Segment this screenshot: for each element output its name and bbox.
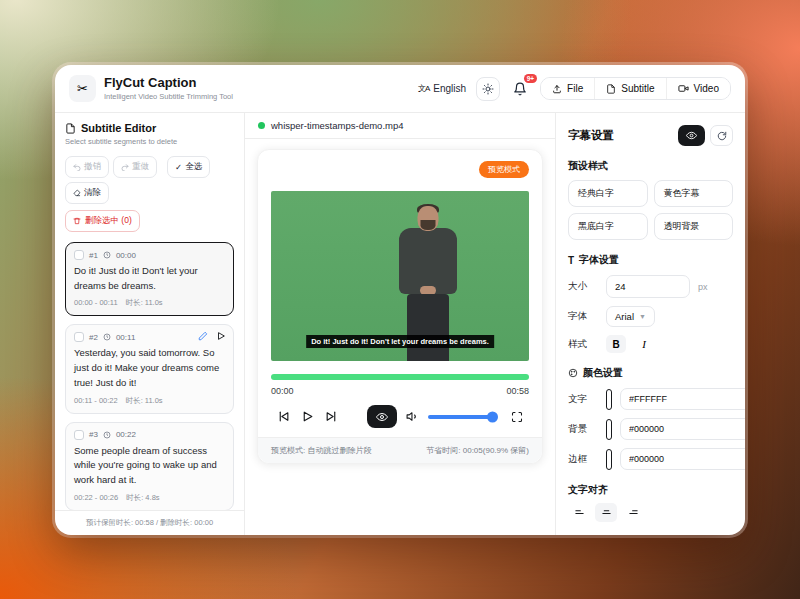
notifications-button[interactable]: 9+ — [510, 79, 530, 99]
segment-text: Some people dream of success while you'r… — [74, 444, 225, 488]
reset-settings-button[interactable] — [710, 125, 733, 146]
align-left-button[interactable] — [568, 503, 590, 522]
subtitle-segment-card[interactable]: #2 00:11 Yesterday, you said tomorrow. S… — [65, 324, 234, 413]
file-button-label: File — [567, 83, 583, 94]
bell-icon — [513, 82, 527, 96]
segment-duration: 时长: 11.0s — [126, 298, 163, 308]
subtitle-editor-hint: Select subtitle segments to delete — [65, 137, 234, 146]
align-section-label: 文字对齐 — [568, 483, 733, 497]
language-selector[interactable]: 文A English — [418, 83, 466, 94]
subtitle-visibility-button[interactable] — [678, 125, 705, 146]
volume-slider[interactable] — [428, 415, 496, 419]
segment-checkbox[interactable] — [74, 250, 84, 260]
text-color-input[interactable] — [620, 388, 745, 410]
background-color-swatch[interactable] — [606, 419, 612, 440]
font-settings-icon: T — [568, 255, 574, 266]
text-color-label: 文字 — [568, 393, 598, 406]
preset-classic-white[interactable]: 经典白字 — [568, 180, 648, 207]
style-label: 样式 — [568, 338, 598, 351]
app-window: ✂ FlyCut Caption Intelligent Video Subti… — [55, 65, 745, 535]
fullscreen-button[interactable] — [505, 406, 529, 428]
volume-icon[interactable] — [406, 410, 419, 423]
undo-button[interactable]: 撤销 — [65, 156, 109, 178]
play-segment-icon[interactable] — [216, 331, 226, 341]
border-color-input[interactable] — [620, 448, 745, 470]
bold-button[interactable]: B — [606, 335, 626, 353]
font-family-select[interactable]: Arial ▼ — [606, 306, 655, 327]
volume-slider-thumb[interactable] — [487, 411, 498, 422]
current-time: 00:00 — [271, 386, 294, 396]
redo-icon — [121, 163, 129, 171]
segment-duration: 时长: 11.0s — [126, 396, 163, 406]
preset-section-label: 预设样式 — [568, 159, 733, 173]
loaded-filename: whisper-timestamps-demo.mp4 — [271, 120, 404, 131]
text-color-swatch[interactable] — [606, 389, 612, 410]
segment-range: 00:00 - 00:11 — [74, 298, 118, 308]
preview-toggle-button[interactable] — [367, 405, 397, 428]
border-color-swatch[interactable] — [606, 449, 612, 470]
segment-start: 00:22 — [116, 430, 136, 439]
app-title-block: FlyCut Caption Intelligent Video Subtitl… — [104, 76, 233, 101]
preview-mode-badge: 预览模式 — [479, 161, 529, 178]
settings-title: 字幕设置 — [568, 128, 614, 143]
segment-start: 00:11 — [116, 333, 135, 342]
italic-button[interactable]: I — [634, 335, 654, 353]
segment-duration: 时长: 4.8s — [126, 493, 159, 503]
clear-label: 清除 — [84, 187, 101, 199]
subtitle-settings-panel: 字幕设置 预设样式 — [555, 113, 745, 535]
background-color-label: 背景 — [568, 423, 598, 436]
preset-transparent-bg[interactable]: 透明背景 — [654, 213, 734, 240]
undo-label: 撤销 — [84, 161, 101, 173]
segment-checkbox[interactable] — [74, 332, 84, 342]
video-button[interactable]: Video — [666, 78, 730, 99]
theme-toggle-button[interactable] — [476, 77, 500, 101]
align-center-icon — [601, 507, 612, 518]
language-label: English — [433, 83, 466, 94]
skip-previous-button[interactable] — [271, 406, 295, 428]
app-title: FlyCut Caption — [104, 76, 233, 90]
delete-selected-label: 删除选中 (0) — [85, 215, 132, 227]
subtitle-button-label: Subtitle — [621, 83, 654, 94]
select-all-button[interactable]: ✓ 全选 — [167, 156, 210, 178]
trash-icon — [73, 217, 81, 225]
preview-mode-status: 预览模式: 自动跳过删除片段 — [271, 445, 371, 456]
duration-summary: 预计保留时长: 00:58 / 删除时长: 00:00 — [55, 510, 244, 535]
app-header: ✂ FlyCut Caption Intelligent Video Subti… — [55, 65, 745, 113]
redo-label: 重做 — [132, 161, 149, 173]
background-color-input[interactable] — [620, 418, 745, 440]
redo-button[interactable]: 重做 — [113, 156, 157, 178]
play-button[interactable] — [295, 406, 319, 428]
app-subtitle: Intelligent Video Subtitle Trimming Tool — [104, 92, 233, 101]
undo-icon — [73, 163, 81, 171]
sun-icon — [482, 83, 494, 95]
subtitle-button[interactable]: Subtitle — [594, 78, 665, 99]
clock-icon — [103, 251, 111, 259]
chevron-down-icon: ▼ — [639, 313, 646, 320]
document-icon — [606, 84, 616, 94]
subtitle-segment-card[interactable]: #3 00:22 Some people dream of success wh… — [65, 422, 234, 510]
eye-icon — [686, 130, 697, 141]
segment-text: Yesterday, you said tomorrow. So just do… — [74, 346, 225, 390]
border-color-label: 边框 — [568, 453, 598, 466]
preset-yellow-subtitle[interactable]: 黄色字幕 — [654, 180, 734, 207]
preset-white-on-black[interactable]: 黑底白字 — [568, 213, 648, 240]
skip-next-button[interactable] — [319, 406, 343, 428]
total-time: 00:58 — [506, 386, 529, 396]
subtitle-segment-card[interactable]: #1 00:00 Do it! Just do it! Don't let yo… — [65, 242, 234, 316]
clear-button[interactable]: 清除 — [65, 182, 109, 204]
edit-pencil-icon[interactable] — [198, 331, 208, 341]
delete-selected-button[interactable]: 删除选中 (0) — [65, 210, 140, 232]
video-frame[interactable]: Do it! Just do it! Don't let your dreams… — [271, 191, 529, 361]
align-right-button[interactable] — [622, 503, 644, 522]
file-button[interactable]: File — [541, 78, 594, 99]
progress-bar[interactable] — [271, 374, 529, 380]
segment-checkbox[interactable] — [74, 430, 84, 440]
align-center-button[interactable] — [595, 503, 617, 522]
size-unit: px — [698, 282, 708, 292]
align-right-icon — [628, 507, 639, 518]
notification-badge: 9+ — [524, 74, 537, 83]
subtitle-segment-list: #1 00:00 Do it! Just do it! Don't let yo… — [55, 234, 244, 510]
font-size-input[interactable] — [606, 275, 690, 298]
player-status-bar: 预览模式: 自动跳过删除片段 节省时间: 00:05(90.9% 保留) — [258, 437, 542, 463]
video-preview-area: whisper-timestamps-demo.mp4 预览模式 — [245, 113, 555, 535]
